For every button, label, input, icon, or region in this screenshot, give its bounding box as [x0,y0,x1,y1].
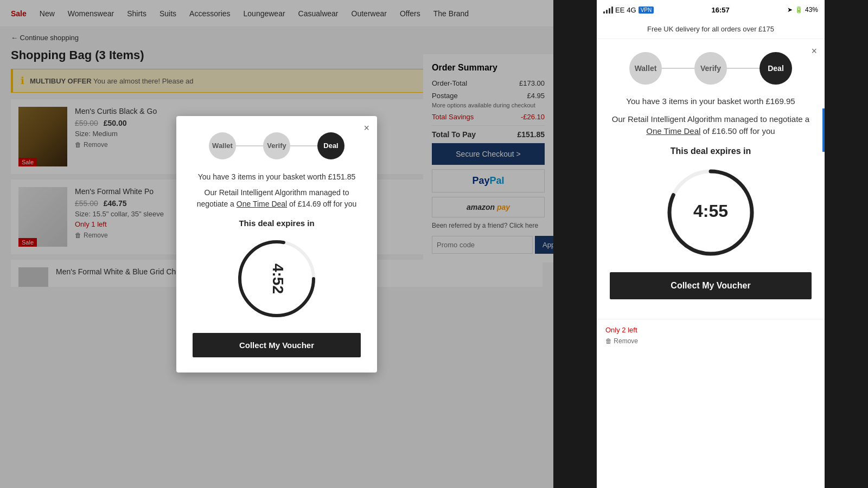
mobile-one-time-deal-link[interactable]: One Time Deal [646,126,700,136]
expires-label: This deal expires in [193,219,361,228]
battery-icon: 🔋 [795,6,803,14]
deal-suffix: of £14.69 off for you [289,200,356,208]
basket-text: You have 3 items in your basket worth £1… [193,171,361,183]
step-verify: Verify [263,132,290,159]
voucher-modal: × Wallet Verify Deal You have 3 items in… [176,116,377,373]
mobile-deal-suffix: of £16.50 off for you [703,126,775,136]
mobile-step-wallet: Wallet [629,52,662,85]
mobile-step-deal: Deal [760,52,792,85]
location-icon: ➤ [787,6,793,14]
carrier-label: EE [615,6,624,14]
desktop-panel: Sale New Womenswear Shirts Suits Accesso… [0,0,553,488]
timer-container: 4:52 [193,235,361,322]
timer-svg: 4:52 [233,235,320,322]
mobile-step-line-2 [727,68,760,69]
step-deal: Deal [317,132,344,159]
steps-indicator: Wallet Verify Deal [193,132,361,159]
time-label: 16:57 [711,6,729,14]
close-button[interactable]: × [363,123,369,134]
mobile-remove-label[interactable]: Remove [614,337,638,345]
mobile-voucher-modal: × Wallet Verify Deal You have 3 items in… [597,39,825,319]
status-bar: EE 4G VPN 16:57 ➤ 🔋 43% [597,0,825,20]
signal-bar-3 [609,8,610,14]
mobile-steps-indicator: Wallet Verify Deal [610,52,812,85]
mobile-stock-label: Only 2 left [605,326,816,334]
network-label: 4G [627,6,636,14]
signal-bar-2 [606,10,608,14]
timer-display: 4:52 [270,263,286,293]
mobile-expires-label: This deal expires in [610,146,812,156]
step-line-1 [236,145,263,146]
mobile-collect-voucher-button[interactable]: Collect My Voucher [610,272,812,299]
status-right: ➤ 🔋 43% [787,6,818,14]
signal-bar-1 [603,11,605,14]
signal-bar-4 [611,7,613,14]
vpn-badge: VPN [639,7,654,14]
status-left: EE 4G VPN [603,6,654,14]
mobile-product-preview: Only 2 left 🗑 Remove [597,319,825,351]
mobile-trash-icon: 🗑 [605,337,612,345]
mobile-deal-text: Our Retail Intelligent Algorithm managed… [610,113,812,138]
one-time-deal-link[interactable]: One Time Deal [237,200,287,208]
modal-overlay: × Wallet Verify Deal You have 3 items in… [0,0,553,488]
step-wallet: Wallet [209,132,236,159]
mobile-step-verify: Verify [694,52,727,85]
collect-voucher-button[interactable]: Collect My Voucher [193,333,361,357]
mobile-basket-text: You have 3 items in your basket worth £1… [610,95,812,108]
mobile-deal-prefix: Our Retail Intelligent Algorithm managed… [612,114,809,124]
mobile-step-line-1 [662,68,694,69]
battery-label: 43% [805,6,818,14]
mobile-timer-svg: 4:55 [662,164,760,261]
phone-frame: EE 4G VPN 16:57 ➤ 🔋 43% Free UK delivery… [597,0,825,488]
mobile-timer-container: 4:55 [610,164,812,261]
mobile-remove-button[interactable]: 🗑 Remove [605,337,816,345]
deal-text: Our Retail Intelligent Algorithm managed… [193,187,361,210]
mobile-close-button[interactable]: × [811,46,817,57]
mobile-timer-display: 4:55 [693,201,728,221]
blue-accent [822,108,825,152]
step-line-2 [290,145,317,146]
mobile-panel: EE 4G VPN 16:57 ➤ 🔋 43% Free UK delivery… [553,0,868,488]
signal-bars [603,6,613,14]
delivery-banner: Free UK delivery for all orders over £17… [597,20,825,39]
